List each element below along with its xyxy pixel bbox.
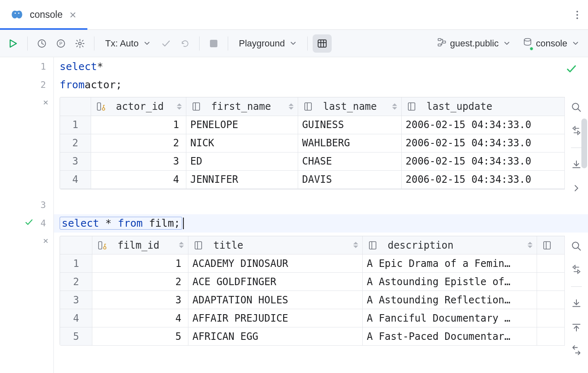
sql-keyword: from xyxy=(60,79,84,91)
expand-button[interactable] xyxy=(569,182,583,194)
run-button[interactable] xyxy=(3,34,22,53)
export-button[interactable] xyxy=(569,298,583,310)
code-line[interactable] xyxy=(54,196,588,214)
transpose-button[interactable] xyxy=(569,263,583,276)
import-button[interactable] xyxy=(569,321,583,333)
sort-icon[interactable] xyxy=(528,242,533,248)
column-header-first-name[interactable]: first_name xyxy=(186,97,298,116)
sql-token: actor; xyxy=(84,79,122,91)
table-row[interactable]: 11ACADEMY DINOSAURA Epic Drama of a Femi… xyxy=(60,254,565,273)
svg-rect-13 xyxy=(438,39,441,41)
close-icon[interactable] xyxy=(68,10,77,19)
key-column-icon xyxy=(96,102,106,111)
sort-icon[interactable] xyxy=(289,103,294,109)
commit-button[interactable] xyxy=(157,34,175,53)
sql-toolbar: P Tx: Auto Playground xyxy=(0,30,588,57)
result-table-actor[interactable]: actor_id first_name xyxy=(60,97,565,189)
inline-result-actor: actor_id first_name xyxy=(54,94,588,196)
compare-button[interactable] xyxy=(569,344,583,356)
sort-icon[interactable] xyxy=(353,242,358,248)
sort-icon[interactable] xyxy=(179,242,184,248)
column-header-last-update[interactable]: last_update xyxy=(401,97,565,116)
table-row[interactable]: 33ADAPTATION HOLESA Astounding Reflectio… xyxy=(60,291,565,309)
column-label: first_name xyxy=(211,101,271,112)
sort-icon[interactable] xyxy=(392,103,397,109)
column-icon xyxy=(303,102,313,111)
tx-mode-label: Tx: Auto xyxy=(105,38,139,49)
column-icon xyxy=(542,240,552,250)
session-label: console xyxy=(536,38,567,49)
gutter: 1 2 × 3 4 × xyxy=(0,57,54,373)
svg-rect-33 xyxy=(544,242,550,249)
svg-point-28 xyxy=(104,247,106,249)
tx-mode-dropdown[interactable]: Tx: Auto xyxy=(99,34,156,53)
svg-point-16 xyxy=(524,38,531,41)
result-table-film[interactable]: film_id title descri xyxy=(60,236,565,346)
sql-token: film; xyxy=(143,217,180,229)
sort-icon[interactable] xyxy=(177,103,182,109)
svg-point-18 xyxy=(102,108,105,110)
vertical-scrollbar[interactable] xyxy=(581,119,587,168)
column-header-description[interactable]: description xyxy=(362,236,537,254)
chevron-down-icon xyxy=(144,38,150,49)
output-mode-label: Playground xyxy=(239,38,285,49)
column-header-film-id[interactable]: film_id xyxy=(92,236,188,254)
chevron-down-icon xyxy=(572,38,579,49)
settings-button[interactable] xyxy=(71,34,89,53)
column-header-title[interactable]: title xyxy=(188,236,362,254)
table-row[interactable]: 44AFFAIR PREJUDICEA Fanciful Documentary… xyxy=(60,309,565,327)
datasource-icon xyxy=(523,37,533,50)
table-row[interactable]: 11PENELOPEGUINESS2006-02-15 04:34:33.0 xyxy=(60,116,565,134)
postgres-icon xyxy=(10,8,24,22)
code-line[interactable]: from actor; xyxy=(54,75,588,94)
table-row[interactable]: 22NICKWAHLBERG2006-02-15 04:34:33.0 xyxy=(60,134,565,152)
column-label: film_id xyxy=(118,240,159,251)
output-mode-dropdown[interactable]: Playground xyxy=(233,34,302,53)
table-row[interactable]: 55AFRICAN EGGA Fast-Paced Documentar… xyxy=(60,327,565,346)
column-label: title xyxy=(213,240,243,251)
cancel-query-button[interactable] xyxy=(205,34,223,53)
in-editor-results-toggle[interactable] xyxy=(313,34,332,53)
column-header-more[interactable] xyxy=(537,236,564,254)
svg-point-8 xyxy=(79,42,81,44)
explain-plan-button[interactable]: P xyxy=(52,34,70,53)
svg-rect-14 xyxy=(438,44,441,46)
sql-keyword: from xyxy=(118,217,142,229)
row-number-header[interactable] xyxy=(60,236,92,254)
column-header-last-name[interactable]: last_name xyxy=(298,97,401,116)
row-number-header[interactable] xyxy=(60,97,91,116)
column-label: description xyxy=(388,240,453,251)
svg-rect-23 xyxy=(408,103,415,110)
line-number: 2 xyxy=(24,80,53,90)
session-selector[interactable]: console xyxy=(517,34,585,53)
history-button[interactable] xyxy=(33,34,51,53)
code-line[interactable]: select * xyxy=(54,57,588,75)
run-line-indicator[interactable] xyxy=(24,218,34,229)
svg-rect-17 xyxy=(97,103,101,110)
editor-tab-console[interactable]: console xyxy=(0,0,87,29)
search-button[interactable] xyxy=(569,240,583,252)
line-number: 1 xyxy=(24,61,53,72)
schema-selector[interactable]: guest.public xyxy=(431,34,516,53)
close-result-button[interactable]: × xyxy=(43,235,48,246)
svg-rect-31 xyxy=(369,242,376,249)
search-button[interactable] xyxy=(569,101,583,114)
svg-text:P: P xyxy=(59,41,62,46)
column-icon xyxy=(407,102,417,111)
code-line-current[interactable]: select * from film; xyxy=(54,214,588,233)
table-row[interactable]: 22ACE GOLDFINGERA Astounding Epistle of… xyxy=(60,273,565,291)
column-header-actor-id[interactable]: actor_id xyxy=(91,97,186,116)
code-editor[interactable]: select * from actor; xyxy=(54,57,588,373)
table-row[interactable]: 33EDCHASE2006-02-15 04:34:33.0 xyxy=(60,152,565,170)
sql-token: * xyxy=(97,61,103,73)
rollback-button[interactable] xyxy=(176,34,194,53)
schema-label: guest.public xyxy=(450,38,499,49)
close-result-button[interactable]: × xyxy=(43,97,48,107)
svg-rect-21 xyxy=(305,103,311,110)
column-label: last_update xyxy=(427,101,492,112)
inline-result-film: film_id title descri xyxy=(54,233,588,356)
more-actions-button[interactable] xyxy=(566,0,588,29)
column-icon xyxy=(191,102,201,111)
svg-rect-29 xyxy=(195,242,202,249)
table-row[interactable]: 44JENNIFERDAVIS2006-02-15 04:34:33.0 xyxy=(60,170,565,189)
